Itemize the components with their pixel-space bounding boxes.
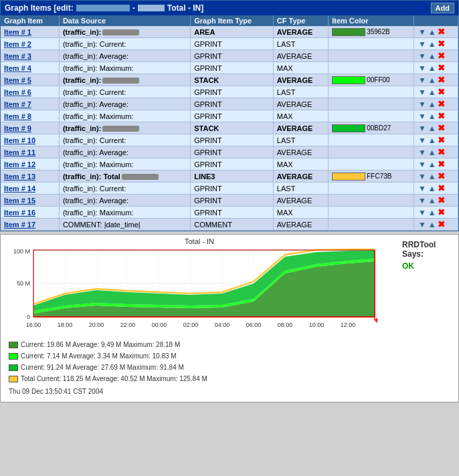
item-label-link[interactable]: Item # 9: [4, 124, 31, 132]
move-up-button[interactable]: ▲: [428, 185, 437, 193]
item-label-link[interactable]: Item # 13: [4, 172, 35, 181]
move-down-button[interactable]: ▼: [418, 136, 427, 144]
item-label-link[interactable]: Item # 3: [4, 52, 31, 60]
type-cell: GPRINT: [191, 110, 274, 122]
move-down-button[interactable]: ▼: [418, 124, 427, 132]
color-swatch: [332, 172, 365, 181]
move-down-button[interactable]: ▼: [418, 221, 427, 229]
item-label-link[interactable]: Item # 11: [4, 148, 35, 156]
item-label-link[interactable]: Item # 12: [4, 160, 35, 168]
delete-button[interactable]: ✖: [438, 75, 445, 85]
color-cell: [329, 207, 414, 219]
table-row: Item # 9(traffic_in):STACKAVERAGE00BD27 …: [1, 122, 458, 134]
delete-button[interactable]: ✖: [438, 123, 445, 133]
graph-items-panel: Graph Items [edit: - Total - IN] Add Gra…: [0, 0, 459, 231]
delete-button[interactable]: ✖: [438, 135, 445, 145]
move-up-button[interactable]: ▲: [428, 64, 437, 72]
type-cell: LINE3: [191, 170, 274, 183]
item-label-cell: Item # 5: [1, 74, 59, 86]
delete-button[interactable]: ✖: [438, 39, 445, 49]
item-label-link[interactable]: Item # 7: [4, 100, 31, 108]
item-label-link[interactable]: Item # 8: [4, 112, 31, 120]
move-up-button[interactable]: ▲: [428, 148, 437, 156]
item-label-link[interactable]: Item # 10: [4, 136, 35, 144]
item-label-link[interactable]: Item # 5: [4, 76, 31, 84]
actions-cell: ▼ ▲ ✖: [414, 158, 458, 170]
move-down-button[interactable]: ▼: [418, 100, 427, 108]
chart-legend: Current: 19.86 M Average: 9.49 M Maximum…: [3, 337, 395, 399]
item-label-link[interactable]: Item # 6: [4, 88, 31, 96]
legend-swatch-4: [9, 376, 18, 382]
delete-button[interactable]: ✖: [438, 87, 445, 97]
delete-button[interactable]: ✖: [438, 195, 445, 205]
move-down-button[interactable]: ▼: [418, 148, 427, 156]
move-down-button[interactable]: ▼: [418, 76, 427, 84]
actions-cell: ▼ ▲ ✖: [414, 26, 458, 38]
move-down-button[interactable]: ▼: [418, 52, 427, 60]
move-down-button[interactable]: ▼: [418, 88, 427, 96]
type-cell: GPRINT: [191, 38, 274, 50]
item-label-link[interactable]: Item # 2: [4, 40, 31, 48]
action-buttons: ▼ ▲ ✖: [418, 63, 454, 73]
actions-cell: ▼ ▲ ✖: [414, 219, 458, 231]
table-row: Item # 16(traffic_in): Maximum:GPRINTMAX…: [1, 207, 458, 219]
move-up-button[interactable]: ▲: [428, 209, 437, 217]
move-down-button[interactable]: ▼: [418, 172, 427, 181]
move-up-button[interactable]: ▲: [428, 197, 437, 205]
move-up-button[interactable]: ▲: [428, 52, 437, 60]
item-label-link[interactable]: Item # 16: [4, 209, 35, 217]
delete-button[interactable]: ✖: [438, 27, 445, 37]
legend-row-2: Current: 7.14 M Average: 3.34 M Maximum:…: [9, 350, 390, 362]
table-row: Item # 1(traffic_in):AREAAVERAGE35962B ▼…: [1, 26, 458, 38]
delete-button[interactable]: ✖: [438, 99, 445, 109]
datasource-cell: (traffic_in): Total: [59, 170, 190, 183]
color-swatch: [332, 28, 365, 36]
move-down-button[interactable]: ▼: [418, 160, 427, 168]
datasource-cell: (traffic_in): Current:: [59, 86, 190, 98]
move-up-button[interactable]: ▲: [428, 76, 437, 84]
delete-button[interactable]: ✖: [438, 171, 445, 181]
move-up-button[interactable]: ▲: [428, 100, 437, 108]
panel-header: Graph Items [edit: - Total - IN] Add: [1, 1, 458, 15]
move-up-button[interactable]: ▲: [428, 172, 437, 181]
move-down-button[interactable]: ▼: [418, 209, 427, 217]
move-up-button[interactable]: ▲: [428, 160, 437, 168]
item-label-link[interactable]: Item # 15: [4, 197, 35, 205]
datasource-cell: (traffic_in): Maximum:: [59, 62, 190, 74]
delete-button[interactable]: ✖: [438, 207, 445, 217]
move-down-button[interactable]: ▼: [418, 28, 427, 36]
delete-button[interactable]: ✖: [438, 159, 445, 169]
item-label-link[interactable]: Item # 17: [4, 221, 35, 229]
delete-button[interactable]: ✖: [438, 63, 445, 73]
move-up-button[interactable]: ▲: [428, 136, 437, 144]
delete-button[interactable]: ✖: [438, 111, 445, 121]
item-label-cell: Item # 8: [1, 110, 59, 122]
move-down-button[interactable]: ▼: [418, 40, 427, 48]
cf-cell: AVERAGE: [273, 50, 328, 62]
move-up-button[interactable]: ▲: [428, 221, 437, 229]
type-cell: GPRINT: [191, 134, 274, 146]
move-down-button[interactable]: ▼: [418, 197, 427, 205]
move-up-button[interactable]: ▲: [428, 28, 437, 36]
move-up-button[interactable]: ▲: [428, 40, 437, 48]
delete-button[interactable]: ✖: [438, 147, 445, 157]
move-up-button[interactable]: ▲: [428, 124, 437, 132]
move-up-button[interactable]: ▲: [428, 112, 437, 120]
move-down-button[interactable]: ▼: [418, 185, 427, 193]
move-down-button[interactable]: ▼: [418, 64, 427, 72]
type-cell: GPRINT: [191, 62, 274, 74]
action-buttons: ▼ ▲ ✖: [418, 39, 454, 49]
cf-cell: LAST: [273, 134, 328, 146]
item-label-link[interactable]: Item # 1: [4, 28, 31, 36]
move-down-button[interactable]: ▼: [418, 112, 427, 120]
cf-cell: AVERAGE: [273, 122, 328, 134]
delete-button[interactable]: ✖: [438, 51, 445, 61]
add-button[interactable]: Add: [431, 3, 454, 13]
item-label-link[interactable]: Item # 14: [4, 185, 35, 193]
move-up-button[interactable]: ▲: [428, 88, 437, 96]
delete-button[interactable]: ✖: [438, 219, 445, 229]
delete-button[interactable]: ✖: [438, 183, 445, 193]
color-cell: [329, 62, 414, 74]
actions-cell: ▼ ▲ ✖: [414, 74, 458, 86]
item-label-link[interactable]: Item # 4: [4, 64, 31, 72]
